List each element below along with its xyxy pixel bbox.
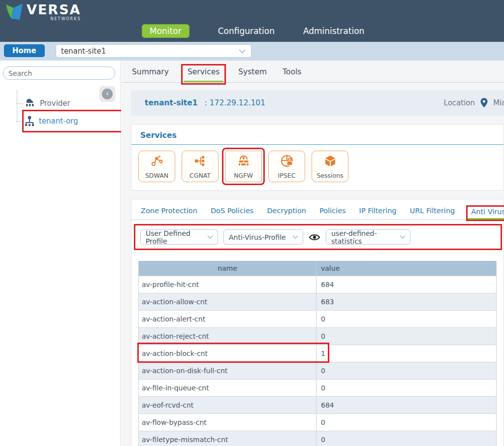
tab-services[interactable]: Services xyxy=(184,66,223,82)
tab-summary[interactable]: Summary xyxy=(131,66,170,82)
profile-select[interactable]: Anti-Virus-Profile xyxy=(223,229,303,245)
column-header-name[interactable]: name xyxy=(139,264,316,272)
service-label: IPSEC xyxy=(278,172,296,179)
service-label: Sessions xyxy=(316,172,343,179)
subtab-decryption[interactable]: Decryption xyxy=(266,207,307,220)
stat-value: 0 xyxy=(316,414,496,431)
appliance-info-bar: tenant-site1 : 172.29.12.101 Location Mi… xyxy=(131,90,504,116)
service-ngfw-button[interactable]: NGFW xyxy=(225,151,262,182)
top-navigation: Monitor Configuration Administration xyxy=(142,24,364,38)
subtab-policies[interactable]: Policies xyxy=(319,207,346,220)
table-row[interactable]: av-action-on-disk-full-cnt 0 xyxy=(139,362,496,379)
table-row[interactable]: av-eof-rcvd-cnt 684 xyxy=(139,396,496,414)
stat-name: av-profile-hit-cnt xyxy=(139,281,316,288)
subtab-zone-protection[interactable]: Zone Protection xyxy=(140,207,198,220)
chevron-down-icon xyxy=(238,49,246,54)
nav-configuration[interactable]: Configuration xyxy=(218,26,275,36)
ngfw-icon xyxy=(237,155,250,167)
service-sdwan-button[interactable]: SDWAN xyxy=(138,151,175,182)
provider-icon xyxy=(25,98,35,108)
stat-value: 0 xyxy=(316,431,496,446)
chevron-down-icon xyxy=(292,235,299,239)
tree-item-label: Provider xyxy=(40,99,70,108)
stat-name: av-action-block-cnt xyxy=(139,350,316,357)
location-label: Location xyxy=(444,98,475,107)
table-row[interactable]: av-action-reject-cnt 0 xyxy=(139,327,496,345)
table-header-row: name value xyxy=(139,261,496,276)
ngfw-card: Zone Protection DoS Policies Decryption … xyxy=(131,199,504,446)
stat-name: av-eof-rcvd-cnt xyxy=(139,401,316,409)
tenant-selector[interactable]: tenant-site1 xyxy=(56,44,252,58)
stat-name: av-action-allow-cnt xyxy=(139,298,316,306)
location-group: Location Miami xyxy=(444,97,504,108)
org-icon xyxy=(25,116,34,127)
tenant-selector-value: tenant-site1 xyxy=(61,47,106,56)
stat-value: 0 xyxy=(316,380,496,396)
context-bar: Home tenant-site1 xyxy=(0,42,504,61)
stat-name: av-action-reject-cnt xyxy=(139,332,316,340)
versa-logo: VERSA NETWORKS xyxy=(5,3,81,25)
appliance-ip: : 172.29.12.101 xyxy=(205,98,266,107)
subtab-ip-filtering[interactable]: IP Filtering xyxy=(359,207,397,220)
subtab-url-filtering[interactable]: URL Filtering xyxy=(410,207,456,220)
chevron-down-icon xyxy=(207,235,214,239)
service-label: NGFW xyxy=(234,172,253,179)
search-input[interactable] xyxy=(3,66,115,80)
stat-value: 684 xyxy=(316,397,496,414)
main-content: Summary Services System Tools tenant-sit… xyxy=(121,61,504,446)
location-value: Miami xyxy=(493,98,504,107)
versa-logo-icon xyxy=(5,3,24,25)
service-cgnat-button[interactable]: CGNAT xyxy=(182,151,219,182)
stat-name: av-flow-bypass-cnt xyxy=(139,418,316,426)
table-row[interactable]: av-file-in-queue-cnt 0 xyxy=(139,379,496,396)
ngfw-subtabs: Zone Protection DoS Policies Decryption … xyxy=(131,199,504,220)
appliance-sidebar: Provider tenant-org ‹ xyxy=(0,61,121,446)
nav-administration[interactable]: Administration xyxy=(303,26,364,36)
home-button[interactable]: Home xyxy=(4,44,45,57)
tree-item-tenant-org[interactable]: tenant-org xyxy=(25,112,120,130)
table-row[interactable]: av-filetype-mismatch-cnt 0 xyxy=(139,431,496,446)
subtab-anti-virus[interactable]: Anti Virus xyxy=(468,207,504,220)
subtab-dos-policies[interactable]: DoS Policies xyxy=(210,207,254,220)
stat-value: 683 xyxy=(316,293,496,310)
stat-name: av-action-on-disk-full-cnt xyxy=(139,367,316,375)
table-row[interactable]: av-flow-bypass-cnt 0 xyxy=(139,414,496,431)
profile-type-select[interactable]: User Defined Profile xyxy=(140,229,218,245)
service-sessions-button[interactable]: Sessions xyxy=(312,151,348,182)
service-ipsec-button[interactable]: IPSEC xyxy=(268,151,305,182)
top-header-bar: VERSA NETWORKS Monitor Configuration Adm… xyxy=(0,0,504,42)
table-row[interactable]: av-action-alert-cnt 0 xyxy=(139,310,496,327)
map-pin-icon xyxy=(480,97,488,108)
services-card: Services SDWAN xyxy=(131,124,504,191)
tab-system[interactable]: System xyxy=(237,66,268,82)
stat-name: av-action-alert-cnt xyxy=(139,315,316,323)
brand-sub: NETWORKS xyxy=(27,17,81,21)
services-card-title: Services xyxy=(131,125,504,144)
cgnat-icon xyxy=(194,155,207,167)
av-statistics-table: name value av-profile-hit-cnt 684 av-act… xyxy=(138,261,497,446)
sessions-icon xyxy=(324,155,337,167)
profile-value: Anti-Virus-Profile xyxy=(229,233,286,241)
chevron-down-icon xyxy=(399,235,406,239)
statistic-select[interactable]: user-defined-statistics xyxy=(326,229,410,245)
statistic-value: user-defined-statistics xyxy=(331,229,396,245)
table-row-av-action-block[interactable]: av-action-block-cnt 1 xyxy=(139,345,496,362)
stat-value: 0 xyxy=(316,362,496,379)
stat-value: 1 xyxy=(316,345,496,362)
services-icon-row: SDWAN CGNAT xyxy=(131,145,504,190)
table-row[interactable]: av-action-allow-cnt 683 xyxy=(139,293,496,310)
sidebar-collapse-button[interactable]: ‹ xyxy=(99,86,115,102)
view-statistics-button[interactable] xyxy=(309,233,320,241)
eye-icon xyxy=(309,233,320,241)
nav-monitor[interactable]: Monitor xyxy=(142,24,189,38)
service-label: SDWAN xyxy=(145,172,168,179)
appliance-tabs: Summary Services System Tools xyxy=(121,61,504,83)
column-header-value[interactable]: value xyxy=(316,261,496,276)
chevron-left-icon: ‹ xyxy=(102,89,113,99)
tab-tools[interactable]: Tools xyxy=(282,66,302,82)
stat-name: av-file-in-queue-cnt xyxy=(139,384,316,392)
sdwan-icon xyxy=(151,155,163,167)
tree-item-label: tenant-org xyxy=(39,117,78,126)
ipsec-icon xyxy=(281,155,293,167)
table-row[interactable]: av-profile-hit-cnt 684 xyxy=(139,276,496,293)
